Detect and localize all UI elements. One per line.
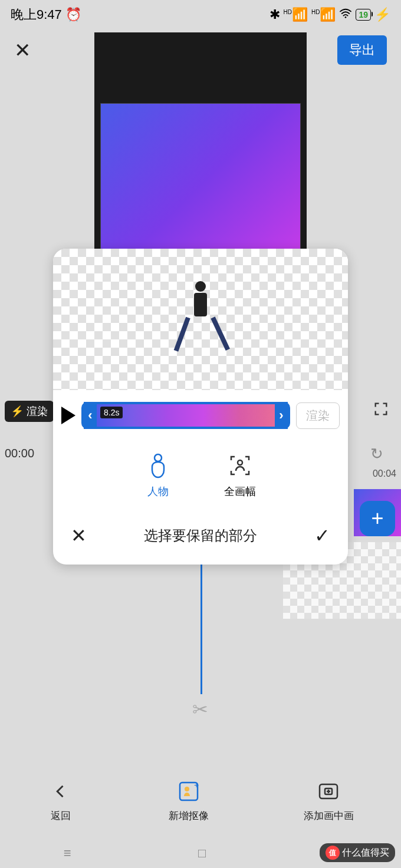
option-fullframe[interactable]: 全画幅 <box>224 453 256 499</box>
timeline-time-start: 00:00 <box>5 447 34 460</box>
clip-range[interactable]: ‹ 8.2s › <box>81 402 290 429</box>
option-person-label: 人物 <box>147 484 169 499</box>
tool-cutout-label: 新增抠像 <box>169 809 209 823</box>
export-button[interactable]: 导出 <box>337 35 387 65</box>
tool-pip-label: 添加画中画 <box>304 809 354 823</box>
bottom-toolbar: 返回 + 新增抠像 添加画中画 <box>0 768 401 833</box>
watermark-text: 什么值得买 <box>342 847 389 859</box>
dialog-title: 选择要保留的部分 <box>144 526 257 545</box>
redo-button[interactable]: ↻ <box>370 445 383 463</box>
cutout-preview[interactable] <box>53 249 348 390</box>
svg-text:+: + <box>194 780 199 790</box>
clip-duration: 8.2s <box>100 407 123 418</box>
clip-frames[interactable]: 8.2s <box>97 404 275 427</box>
clip-handle-right[interactable]: › <box>275 402 288 429</box>
dialog-cancel-button[interactable]: ✕ <box>71 524 87 547</box>
wifi-icon <box>339 7 352 22</box>
signal-icon: HD📶 <box>284 7 308 22</box>
option-person[interactable]: 人物 <box>145 453 171 499</box>
svg-point-4 <box>185 787 189 791</box>
add-clip-button[interactable]: + <box>360 501 395 536</box>
nav-recent-icon[interactable]: ≡ <box>64 846 71 861</box>
clip-handle-left[interactable]: ‹ <box>84 402 97 429</box>
tool-cutout[interactable]: + 新增抠像 <box>169 778 209 823</box>
charging-icon: ⚡ <box>374 7 390 22</box>
alarm-icon: ⏰ <box>65 7 81 22</box>
svg-point-2 <box>238 460 242 465</box>
person-icon <box>145 453 171 478</box>
timeline-time-end: 00:04 <box>373 468 396 479</box>
svg-point-1 <box>155 454 162 461</box>
pip-icon <box>315 778 341 804</box>
bluetooth-icon: ✱ <box>269 7 280 22</box>
play-button[interactable] <box>61 407 75 424</box>
watermark-badge: 值 <box>326 846 340 860</box>
signal-icon-2: HD📶 <box>311 7 336 22</box>
scissors-icon[interactable]: ✂ <box>192 698 208 721</box>
tool-back[interactable]: 返回 <box>48 778 74 823</box>
cutout-add-icon: + <box>176 778 202 804</box>
close-button[interactable]: ✕ <box>14 38 31 62</box>
cutout-dialog: ‹ 8.2s › 渲染 人物 全画幅 ✕ 选择要保留的部分 ✓ <box>53 249 348 565</box>
dialog-render-button[interactable]: 渲染 <box>296 402 340 429</box>
person-cutout <box>180 281 221 358</box>
chevron-left-icon <box>48 778 74 804</box>
fullframe-icon <box>227 453 253 478</box>
battery-icon: 19 <box>356 9 371 21</box>
nav-home-icon[interactable]: □ <box>198 846 206 861</box>
watermark: 值 什么值得买 <box>320 843 395 862</box>
fullscreen-button[interactable] <box>373 401 389 421</box>
status-bar: 晚上9:47 ⏰ ✱ HD📶 HD📶 19 ⚡ <box>0 0 401 29</box>
svg-point-0 <box>345 16 347 18</box>
dialog-confirm-button[interactable]: ✓ <box>314 524 330 547</box>
tool-back-label: 返回 <box>51 809 71 823</box>
tool-pip[interactable]: 添加画中画 <box>304 778 354 823</box>
status-time: 晚上9:47 <box>11 6 62 24</box>
option-fullframe-label: 全画幅 <box>224 484 256 499</box>
render-badge[interactable]: ⚡ 渲染 <box>5 401 54 422</box>
